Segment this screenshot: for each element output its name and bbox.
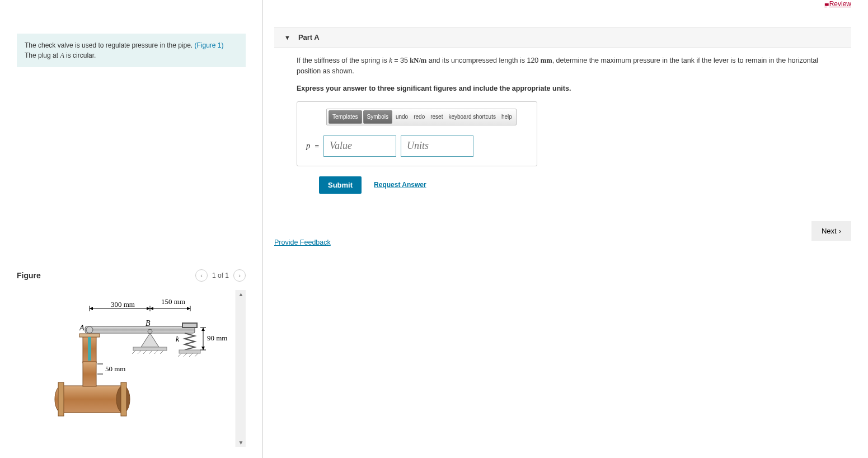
svg-line-23 bbox=[184, 353, 187, 357]
figure-pager: ‹ 1 of 1 › bbox=[195, 269, 246, 282]
figure-body: 300 mm 150 mm bbox=[17, 290, 246, 447]
answer-box: Templates Symbols undo redo reset keyboa… bbox=[297, 101, 537, 166]
answer-variable: p bbox=[306, 141, 311, 151]
question-body: If the stiffness of the spring is k = 35… bbox=[274, 48, 834, 194]
figure-link[interactable]: (Figure 1) bbox=[195, 41, 224, 49]
answer-input-row: p = bbox=[306, 135, 528, 157]
figure-section: Figure ‹ 1 of 1 › bbox=[17, 269, 246, 447]
label-A: A bbox=[79, 324, 85, 332]
scroll-down-icon[interactable]: ▼ bbox=[238, 440, 244, 446]
svg-point-10 bbox=[86, 326, 93, 333]
svg-line-25 bbox=[195, 353, 198, 357]
svg-line-18 bbox=[154, 350, 158, 354]
reset-button[interactable]: reset bbox=[428, 114, 445, 120]
svg-rect-39 bbox=[58, 382, 64, 416]
next-label: Next bbox=[822, 227, 837, 235]
label-B: B bbox=[146, 319, 151, 328]
svg-rect-41 bbox=[83, 362, 96, 386]
svg-rect-9 bbox=[85, 326, 195, 333]
pager-next-button[interactable]: › bbox=[233, 269, 246, 282]
review-link[interactable]: Review bbox=[824, 0, 851, 8]
provide-feedback-link[interactable]: Provide Feedback bbox=[274, 239, 331, 246]
svg-line-17 bbox=[149, 350, 152, 354]
figure-title: Figure bbox=[17, 271, 41, 280]
dim-50: 50 mm bbox=[105, 364, 125, 373]
problem-line1: The check valve is used to regulate pres… bbox=[25, 41, 195, 49]
problem-line2a: The plug at bbox=[25, 52, 60, 59]
svg-rect-13 bbox=[133, 347, 167, 350]
question-text: If the stiffness of the spring is k = 35… bbox=[297, 55, 834, 77]
left-panel: The check valve is used to regulate pres… bbox=[0, 0, 263, 458]
svg-rect-40 bbox=[121, 382, 126, 416]
right-panel: Review ▼ Part A If the stiffness of the … bbox=[263, 0, 868, 458]
action-row: Submit Request Answer bbox=[319, 176, 834, 194]
svg-marker-7 bbox=[150, 307, 153, 310]
svg-rect-32 bbox=[79, 334, 100, 337]
answer-instruction: Express your answer to three significant… bbox=[297, 85, 834, 92]
svg-line-15 bbox=[138, 350, 141, 354]
svg-marker-8 bbox=[187, 307, 190, 310]
svg-marker-29 bbox=[201, 328, 205, 331]
equation-toolbar: Templates Symbols undo redo reset keyboa… bbox=[326, 109, 517, 125]
svg-line-16 bbox=[143, 350, 147, 354]
value-input[interactable] bbox=[323, 135, 396, 157]
submit-button[interactable]: Submit bbox=[319, 176, 362, 194]
figure-header: Figure ‹ 1 of 1 › bbox=[17, 269, 246, 282]
templates-button[interactable]: Templates bbox=[329, 110, 362, 124]
next-button[interactable]: Next › bbox=[811, 221, 851, 241]
part-title: Part A bbox=[298, 33, 320, 41]
svg-marker-30 bbox=[201, 347, 205, 350]
problem-statement: The check valve is used to regulate pres… bbox=[17, 34, 246, 67]
dim-90: 90 mm bbox=[207, 334, 227, 342]
symbols-button[interactable]: Symbols bbox=[363, 110, 392, 124]
svg-rect-37 bbox=[62, 386, 123, 413]
svg-line-14 bbox=[132, 350, 135, 354]
scroll-up-icon[interactable]: ▲ bbox=[238, 291, 244, 297]
dim-300: 300 mm bbox=[111, 300, 135, 309]
keyboard-button[interactable]: keyboard shortcuts bbox=[445, 114, 499, 120]
request-answer-link[interactable]: Request Answer bbox=[374, 181, 426, 189]
svg-line-22 bbox=[178, 353, 181, 357]
part-header[interactable]: ▼ Part A bbox=[274, 27, 851, 48]
bottom-row: Provide Feedback Next › bbox=[274, 216, 851, 246]
label-k: k bbox=[176, 335, 180, 343]
problem-line2b: is circular. bbox=[64, 52, 96, 59]
dim-150: 150 mm bbox=[161, 297, 185, 306]
help-button[interactable]: help bbox=[499, 114, 515, 120]
svg-marker-11 bbox=[141, 333, 159, 347]
svg-marker-5 bbox=[90, 307, 93, 310]
pager-prev-button[interactable]: ‹ bbox=[195, 269, 208, 282]
svg-rect-20 bbox=[182, 323, 197, 328]
undo-button[interactable]: undo bbox=[393, 114, 411, 120]
units-input[interactable] bbox=[401, 135, 473, 157]
pager-text: 1 of 1 bbox=[212, 272, 229, 279]
var-A: A bbox=[60, 52, 64, 59]
chevron-right-icon: › bbox=[839, 227, 841, 235]
svg-rect-21 bbox=[179, 350, 200, 353]
figure-scrollbar[interactable]: ▲ ▼ bbox=[236, 290, 246, 447]
equals-sign: = bbox=[315, 142, 320, 150]
svg-point-12 bbox=[148, 329, 152, 334]
svg-line-19 bbox=[160, 350, 163, 354]
collapse-icon[interactable]: ▼ bbox=[284, 34, 290, 41]
svg-marker-6 bbox=[147, 307, 150, 310]
redo-button[interactable]: redo bbox=[411, 114, 428, 120]
svg-line-24 bbox=[189, 353, 193, 357]
figure-diagram: 300 mm 150 mm bbox=[17, 290, 236, 447]
